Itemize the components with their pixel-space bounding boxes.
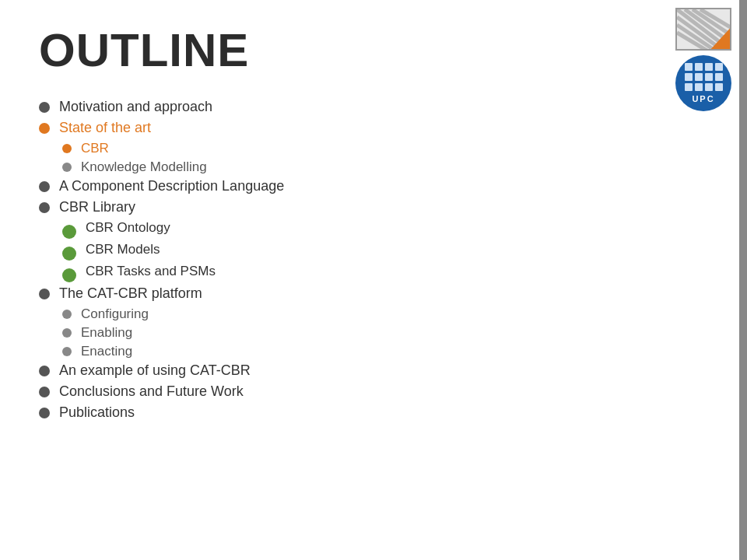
sub-list-state-of-the-art: CBR Knowledge Modelling bbox=[39, 141, 708, 175]
stripes-logo bbox=[675, 8, 731, 51]
upc-dot bbox=[715, 73, 723, 81]
list-item-enacting: Enacting bbox=[62, 344, 708, 359]
item-text-configuring: Configuring bbox=[81, 306, 149, 322]
list-item-cbr-models: CBR Models bbox=[62, 242, 708, 261]
list-item-conclusions: Conclusions and Future Work bbox=[39, 383, 708, 400]
right-bar bbox=[739, 0, 747, 560]
upc-dot bbox=[705, 63, 713, 71]
bullet-enabling bbox=[62, 328, 72, 338]
upc-dot bbox=[685, 73, 693, 81]
list-item-cbr-ontology: CBR Ontology bbox=[62, 220, 708, 239]
list-item-state-of-the-art: State of the art bbox=[39, 120, 708, 136]
item-text-state-of-the-art: State of the art bbox=[59, 120, 151, 136]
item-text-publications: Publications bbox=[59, 404, 135, 421]
main-content: OUTLINE Motivation and approach State of… bbox=[0, 0, 747, 560]
slide-title: OUTLINE bbox=[39, 23, 708, 77]
upc-dot bbox=[695, 73, 703, 81]
bullet-cbr-models bbox=[62, 247, 76, 261]
item-text-enabling: Enabling bbox=[81, 325, 132, 341]
list-item-publications: Publications bbox=[39, 404, 708, 421]
upc-dots bbox=[685, 63, 723, 91]
list-item-knowledge-modelling: Knowledge Modelling bbox=[62, 159, 708, 175]
logo-area: UPC bbox=[675, 8, 731, 111]
item-text-cbr-tasks: CBR Tasks and PSMs bbox=[86, 264, 216, 279]
list-item-motivation: Motivation and approach bbox=[39, 99, 708, 115]
bullet-cat-cbr bbox=[39, 289, 50, 299]
bullet-cbr-library bbox=[39, 202, 50, 213]
item-text-cbr-library: CBR Library bbox=[59, 199, 135, 215]
upc-logo: UPC bbox=[675, 55, 731, 111]
bullet-cbr bbox=[62, 144, 72, 153]
list-item-enabling: Enabling bbox=[62, 325, 708, 341]
item-text-enacting: Enacting bbox=[81, 344, 132, 359]
list-item-cbr: CBR bbox=[62, 141, 708, 156]
bullet-conclusions bbox=[39, 387, 50, 397]
item-text-cat-cbr: The CAT-CBR platform bbox=[59, 285, 202, 302]
item-text-cbr: CBR bbox=[81, 141, 109, 156]
bullet-example bbox=[39, 366, 50, 376]
item-text-cbr-models: CBR Models bbox=[86, 242, 160, 257]
item-text-cbr-ontology: CBR Ontology bbox=[86, 220, 170, 236]
list-item-component-desc: A Component Description Language bbox=[39, 178, 708, 194]
bullet-cbr-ontology bbox=[62, 225, 76, 239]
upc-dot bbox=[685, 63, 693, 71]
bullet-enacting bbox=[62, 347, 72, 356]
bullet-state-of-the-art bbox=[39, 123, 50, 134]
upc-dot bbox=[705, 73, 713, 81]
upc-dot bbox=[705, 83, 713, 91]
item-text-example: An example of using CAT-CBR bbox=[59, 362, 251, 379]
bullet-cbr-tasks bbox=[62, 268, 76, 282]
outline-list: Motivation and approach State of the art… bbox=[39, 99, 708, 421]
list-item-cbr-tasks: CBR Tasks and PSMs bbox=[62, 264, 708, 282]
upc-dot bbox=[715, 83, 723, 91]
item-text-conclusions: Conclusions and Future Work bbox=[59, 383, 244, 400]
list-item-cbr-library: CBR Library bbox=[39, 199, 708, 215]
list-item-example: An example of using CAT-CBR bbox=[39, 362, 708, 379]
list-item-configuring: Configuring bbox=[62, 306, 708, 322]
bullet-motivation bbox=[39, 102, 50, 113]
item-text-component-desc: A Component Description Language bbox=[59, 178, 284, 194]
sub-list-cat-cbr: Configuring Enabling Enacting bbox=[39, 306, 708, 359]
sub-list-cbr-library: CBR Ontology CBR Models CBR Tasks and PS… bbox=[39, 220, 708, 282]
bullet-component-desc bbox=[39, 181, 50, 192]
upc-label: UPC bbox=[692, 94, 714, 103]
upc-dot bbox=[715, 63, 723, 71]
item-text-knowledge-modelling: Knowledge Modelling bbox=[81, 159, 207, 175]
bullet-configuring bbox=[62, 310, 72, 319]
bullet-publications bbox=[39, 408, 50, 418]
list-item-cat-cbr: The CAT-CBR platform bbox=[39, 285, 708, 302]
bullet-knowledge-modelling bbox=[62, 163, 72, 172]
slide: UPC OUTLINE Motivation and approach Stat… bbox=[0, 0, 747, 560]
upc-dot bbox=[695, 63, 703, 71]
upc-dot bbox=[685, 83, 693, 91]
upc-dot bbox=[695, 83, 703, 91]
item-text-motivation: Motivation and approach bbox=[59, 99, 212, 115]
